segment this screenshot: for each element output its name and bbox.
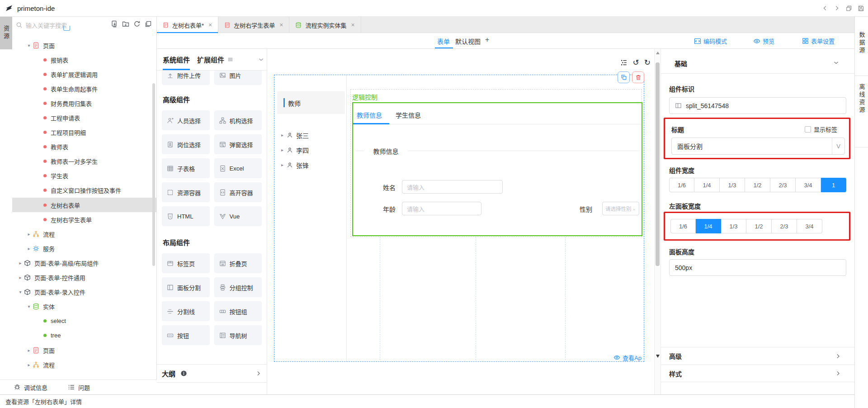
- palette-tab-system[interactable]: 系统组件: [163, 55, 190, 64]
- palette-collapse-icon[interactable]: [258, 57, 264, 62]
- new-window-icon[interactable]: [845, 5, 852, 12]
- panel-height-input[interactable]: 500px: [669, 259, 846, 276]
- scroll-up-icon[interactable]: [656, 52, 660, 54]
- collapse-arrow-icon[interactable]: ▸: [281, 133, 283, 138]
- import-resource-icon[interactable]: [111, 20, 118, 28]
- tab-teacher-info[interactable]: 教师信息: [357, 110, 382, 119]
- palette-component-popup[interactable]: 弹窗选择: [214, 134, 262, 154]
- split-divider[interactable]: [346, 75, 347, 361]
- width-option-2-3[interactable]: 2/3: [770, 178, 796, 192]
- palette-component-post[interactable]: 岗位选择: [162, 134, 210, 154]
- palette-menu-icon[interactable]: [227, 57, 233, 62]
- tree-item[interactable]: ▸页面-表单-控件通用: [12, 270, 157, 285]
- tree-item[interactable]: 教师表一对多学生: [12, 154, 157, 169]
- width-option-1-6[interactable]: 1/6: [669, 178, 694, 192]
- width-option-2-3[interactable]: 2/3: [772, 219, 797, 233]
- sidebar-scrollbar[interactable]: [152, 83, 155, 266]
- name-input[interactable]: 请输入: [402, 180, 503, 194]
- width-option-1-2[interactable]: 1/2: [746, 219, 772, 233]
- palette-component-person-plus[interactable]: 人员选择: [162, 110, 210, 130]
- tree-item[interactable]: 教师表: [12, 140, 157, 154]
- problems-button[interactable]: 问题: [68, 383, 90, 392]
- tree-item[interactable]: ▾页面-表单-录入控件: [12, 285, 157, 299]
- title-input[interactable]: 面板分割 V: [671, 138, 845, 155]
- palette-component-btn[interactable]: BTN按钮: [162, 325, 210, 345]
- palette-component-excel[interactable]: Excel: [214, 158, 262, 178]
- form-settings-button[interactable]: 表单设置: [802, 37, 835, 45]
- palette-component-split[interactable]: 面板分割: [162, 277, 210, 297]
- variable-suffix-button[interactable]: V: [832, 138, 844, 154]
- show-label-checkbox[interactable]: [805, 126, 811, 133]
- editor-tab-left-tree-student-form[interactable]: 左树右学生表单 ×: [218, 17, 289, 33]
- tab-form[interactable]: 表单: [437, 37, 450, 46]
- collapse-arrow-icon[interactable]: ▸: [25, 348, 33, 353]
- activity-tab-resources[interactable]: 资源: [0, 17, 12, 49]
- tree-item[interactable]: 财务费用归集表: [12, 96, 157, 110]
- basic-section-header[interactable]: 基础: [661, 49, 854, 74]
- age-input[interactable]: 请输入: [402, 202, 481, 215]
- tree-item[interactable]: 左树右学生表单: [12, 212, 157, 227]
- palette-component-divider[interactable]: 分割线: [162, 301, 210, 321]
- tree-item[interactable]: ▸流程: [12, 357, 157, 372]
- tree-item[interactable]: 自定义窗口操作按钮及事件: [12, 183, 157, 198]
- palette-component-image[interactable]: 图片: [214, 71, 262, 85]
- new-folder-icon[interactable]: [122, 20, 129, 28]
- view-api-link[interactable]: 查看Ap: [613, 353, 642, 362]
- tree-item[interactable]: ▸页面-表单-高级/布局组件: [12, 256, 157, 270]
- debug-info-button[interactable]: 调试信息: [14, 383, 47, 392]
- copy-component-button[interactable]: [618, 71, 630, 83]
- collapse-arrow-icon[interactable]: ▸: [281, 162, 283, 167]
- expand-arrow-icon[interactable]: ▾: [17, 289, 24, 294]
- teacher-tree-item[interactable]: ▸ 张锋: [277, 157, 345, 172]
- collapse-arrow-icon[interactable]: ▸: [25, 232, 33, 237]
- nav-forward-icon[interactable]: [834, 5, 840, 11]
- palette-component-groupctl[interactable]: 分组控制: [214, 277, 262, 297]
- datasource-tab[interactable]: 数据源: [855, 32, 868, 55]
- tree-item[interactable]: ▸服务: [12, 241, 157, 256]
- outline-panel-header[interactable]: 大纲: [157, 364, 267, 383]
- collapse-arrow-icon[interactable]: ▸: [25, 246, 33, 251]
- palette-component-navtree[interactable]: 导航树: [214, 325, 262, 345]
- editor-tab-process-entity-set[interactable]: 流程实例实体集 ×: [289, 17, 361, 33]
- expand-arrow-icon[interactable]: ▾: [25, 43, 33, 48]
- width-option-1-4[interactable]: 1/4: [694, 178, 720, 192]
- canvas-scrollbar[interactable]: [654, 49, 661, 394]
- show-label-option[interactable]: 显示标签: [805, 125, 837, 133]
- code-mode-button[interactable]: 编码模式: [694, 37, 727, 45]
- editor-tab-left-tree-form[interactable]: 左树右表单* ×: [157, 17, 218, 33]
- refresh-icon[interactable]: [133, 20, 141, 28]
- collapse-all-icon[interactable]: [145, 20, 152, 28]
- tree-item[interactable]: 表单生命周起事件: [12, 81, 157, 96]
- tree-item[interactable]: 报销表: [12, 52, 157, 67]
- palette-tab-extend[interactable]: 扩展组件: [197, 55, 224, 64]
- palette-component-html[interactable]: 5HTML: [162, 206, 210, 226]
- palette-component-container[interactable]: 资源容器: [162, 182, 210, 202]
- tab-container-highlighted[interactable]: 教师信息 学生信息 教师信息 姓名 请输入 年龄 请输入 性别 请选择性别 ⌄: [352, 102, 642, 236]
- tree-item[interactable]: ▾页面: [12, 38, 157, 52]
- tree-item[interactable]: tree: [12, 328, 157, 343]
- add-view-button[interactable]: +: [485, 36, 489, 44]
- width-option-1-4[interactable]: 1/4: [696, 219, 721, 233]
- palette-component-tabpage[interactable]: 标签页: [162, 253, 210, 273]
- palette-component-collapse[interactable]: 折叠页: [214, 253, 262, 273]
- teacher-tree-item[interactable]: ▸ 李四: [277, 142, 345, 157]
- offline-resource-tab[interactable]: 离线资源: [855, 84, 868, 114]
- tree-item[interactable]: ▾实体: [12, 299, 157, 314]
- gender-select[interactable]: 请选择性别 ⌄: [602, 202, 639, 215]
- tree-item[interactable]: ▸流程: [12, 227, 157, 241]
- scroll-down-icon[interactable]: [656, 355, 660, 358]
- tree-item[interactable]: ▸页面: [12, 343, 157, 357]
- collapse-arrow-icon[interactable]: ▸: [17, 261, 24, 266]
- outline-tree-icon[interactable]: [620, 59, 628, 66]
- collapse-arrow-icon[interactable]: ▸: [281, 147, 283, 152]
- tab-default-view[interactable]: 默认视图: [455, 37, 481, 46]
- scrollbar-thumb[interactable]: [656, 62, 660, 266]
- palette-component-table[interactable]: 子表格: [162, 158, 210, 178]
- width-option-1-3[interactable]: 1/3: [720, 178, 745, 192]
- palette-component-vue[interactable]: Vue: [214, 206, 262, 226]
- design-canvas[interactable]: ↺ ↻ 教师 ▸ 张三 ▸ 李四 ▸: [267, 49, 654, 394]
- style-section-header[interactable]: 样式: [661, 365, 854, 382]
- tree-item[interactable]: select: [12, 314, 157, 328]
- tree-item[interactable]: 左树右表单: [12, 198, 157, 212]
- close-icon[interactable]: ×: [208, 21, 212, 28]
